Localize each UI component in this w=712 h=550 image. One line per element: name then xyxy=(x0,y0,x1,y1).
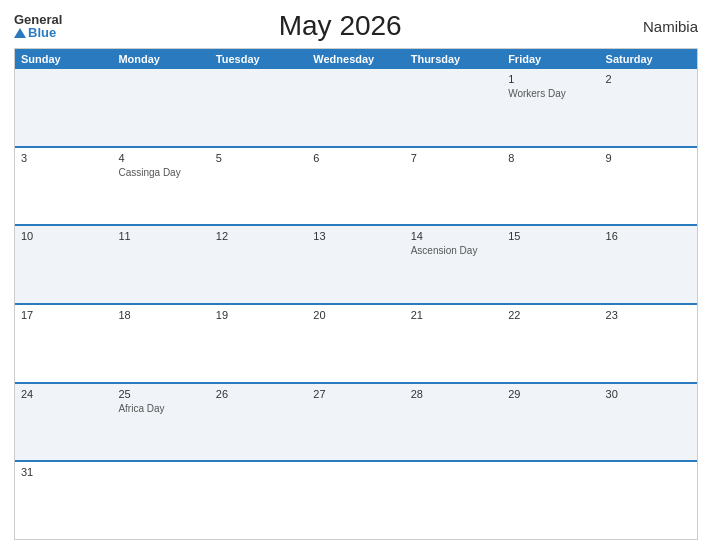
day-header: Monday xyxy=(112,49,209,69)
day-number: 5 xyxy=(216,152,301,164)
day-cell xyxy=(210,462,307,539)
day-cell: 7 xyxy=(405,148,502,225)
day-number: 7 xyxy=(411,152,496,164)
day-cell: 10 xyxy=(15,226,112,303)
calendar-week: 31 xyxy=(15,460,697,539)
day-number: 8 xyxy=(508,152,593,164)
holiday-label: Cassinga Day xyxy=(118,166,203,179)
day-cell: 29 xyxy=(502,384,599,461)
calendar: SundayMondayTuesdayWednesdayThursdayFrid… xyxy=(14,48,698,540)
day-cell: 30 xyxy=(600,384,697,461)
day-number: 14 xyxy=(411,230,496,242)
day-cell: 24 xyxy=(15,384,112,461)
day-cell: 15 xyxy=(502,226,599,303)
day-cell: 19 xyxy=(210,305,307,382)
day-headers-row: SundayMondayTuesdayWednesdayThursdayFrid… xyxy=(15,49,697,69)
day-number: 20 xyxy=(313,309,398,321)
day-number: 25 xyxy=(118,388,203,400)
day-number: 18 xyxy=(118,309,203,321)
day-cell: 14Ascension Day xyxy=(405,226,502,303)
logo-blue-text: Blue xyxy=(14,26,56,39)
logo-triangle-icon xyxy=(14,28,26,38)
day-number: 22 xyxy=(508,309,593,321)
day-number: 28 xyxy=(411,388,496,400)
day-header: Friday xyxy=(502,49,599,69)
header: General Blue May 2026 Namibia xyxy=(14,10,698,42)
day-number: 24 xyxy=(21,388,106,400)
day-cell: 3 xyxy=(15,148,112,225)
day-number: 16 xyxy=(606,230,691,242)
country-label: Namibia xyxy=(618,18,698,35)
day-header: Sunday xyxy=(15,49,112,69)
day-number: 9 xyxy=(606,152,691,164)
day-cell: 20 xyxy=(307,305,404,382)
day-cell: 6 xyxy=(307,148,404,225)
day-header: Thursday xyxy=(405,49,502,69)
page: General Blue May 2026 Namibia SundayMond… xyxy=(0,0,712,550)
calendar-week: 2425Africa Day2627282930 xyxy=(15,382,697,461)
day-cell: 8 xyxy=(502,148,599,225)
day-header: Wednesday xyxy=(307,49,404,69)
day-cell xyxy=(307,462,404,539)
calendar-week: 17181920212223 xyxy=(15,303,697,382)
day-cell: 11 xyxy=(112,226,209,303)
day-number: 12 xyxy=(216,230,301,242)
day-cell xyxy=(112,69,209,146)
calendar-week: 1011121314Ascension Day1516 xyxy=(15,224,697,303)
day-number: 17 xyxy=(21,309,106,321)
day-cell: 16 xyxy=(600,226,697,303)
day-cell: 31 xyxy=(15,462,112,539)
day-number: 27 xyxy=(313,388,398,400)
day-cell xyxy=(600,462,697,539)
day-cell xyxy=(210,69,307,146)
day-cell: 23 xyxy=(600,305,697,382)
day-number: 26 xyxy=(216,388,301,400)
day-cell: 26 xyxy=(210,384,307,461)
day-cell: 17 xyxy=(15,305,112,382)
day-cell xyxy=(15,69,112,146)
day-number: 15 xyxy=(508,230,593,242)
day-header: Tuesday xyxy=(210,49,307,69)
calendar-title: May 2026 xyxy=(62,10,618,42)
day-number: 10 xyxy=(21,230,106,242)
day-number: 4 xyxy=(118,152,203,164)
day-cell: 4Cassinga Day xyxy=(112,148,209,225)
day-cell: 22 xyxy=(502,305,599,382)
day-number: 6 xyxy=(313,152,398,164)
day-cell xyxy=(405,462,502,539)
calendar-weeks: 1Workers Day234Cassinga Day5678910111213… xyxy=(15,69,697,539)
calendar-week: 34Cassinga Day56789 xyxy=(15,146,697,225)
holiday-label: Africa Day xyxy=(118,402,203,415)
day-cell xyxy=(112,462,209,539)
day-number: 11 xyxy=(118,230,203,242)
day-number: 13 xyxy=(313,230,398,242)
day-cell: 28 xyxy=(405,384,502,461)
calendar-week: 1Workers Day2 xyxy=(15,69,697,146)
day-cell: 12 xyxy=(210,226,307,303)
holiday-label: Ascension Day xyxy=(411,244,496,257)
day-cell xyxy=(502,462,599,539)
day-number: 23 xyxy=(606,309,691,321)
day-cell xyxy=(307,69,404,146)
day-number: 29 xyxy=(508,388,593,400)
day-cell: 9 xyxy=(600,148,697,225)
day-cell: 27 xyxy=(307,384,404,461)
logo: General Blue xyxy=(14,13,62,39)
day-cell: 25Africa Day xyxy=(112,384,209,461)
holiday-label: Workers Day xyxy=(508,87,593,100)
day-number: 1 xyxy=(508,73,593,85)
day-cell: 1Workers Day xyxy=(502,69,599,146)
day-number: 30 xyxy=(606,388,691,400)
day-number: 31 xyxy=(21,466,106,478)
day-number: 19 xyxy=(216,309,301,321)
day-number: 2 xyxy=(606,73,691,85)
day-cell xyxy=(405,69,502,146)
day-number: 3 xyxy=(21,152,106,164)
day-header: Saturday xyxy=(600,49,697,69)
day-cell: 5 xyxy=(210,148,307,225)
day-cell: 2 xyxy=(600,69,697,146)
day-cell: 18 xyxy=(112,305,209,382)
day-cell: 13 xyxy=(307,226,404,303)
day-number: 21 xyxy=(411,309,496,321)
day-cell: 21 xyxy=(405,305,502,382)
